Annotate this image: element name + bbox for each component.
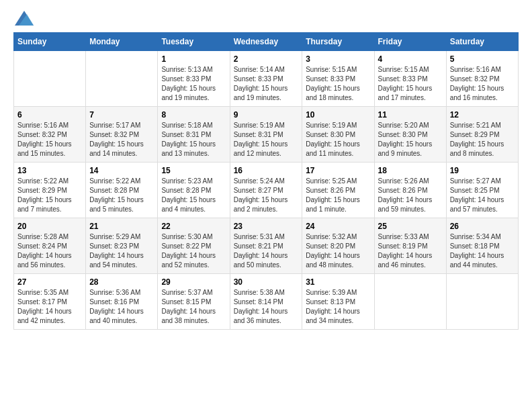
day-number: 31 bbox=[306, 277, 370, 287]
day-info: Sunrise: 5:36 AM Sunset: 8:16 PM Dayligh… bbox=[89, 288, 154, 326]
calendar-cell: 13Sunrise: 5:22 AM Sunset: 8:29 PM Dayli… bbox=[14, 163, 86, 218]
calendar-cell: 27Sunrise: 5:35 AM Sunset: 8:17 PM Dayli… bbox=[14, 274, 86, 330]
day-info: Sunrise: 5:26 AM Sunset: 8:26 PM Dayligh… bbox=[378, 177, 443, 214]
day-info: Sunrise: 5:37 AM Sunset: 8:15 PM Dayligh… bbox=[161, 288, 226, 326]
calendar-cell: 23Sunrise: 5:31 AM Sunset: 8:21 PM Dayli… bbox=[230, 218, 302, 274]
day-info: Sunrise: 5:29 AM Sunset: 8:23 PM Dayligh… bbox=[89, 232, 154, 270]
day-info: Sunrise: 5:15 AM Sunset: 8:33 PM Dayligh… bbox=[306, 65, 370, 103]
day-number: 28 bbox=[89, 277, 154, 287]
day-info: Sunrise: 5:35 AM Sunset: 8:17 PM Dayligh… bbox=[17, 288, 82, 326]
day-info: Sunrise: 5:33 AM Sunset: 8:19 PM Dayligh… bbox=[378, 232, 443, 270]
day-info: Sunrise: 5:32 AM Sunset: 8:20 PM Dayligh… bbox=[306, 232, 370, 270]
day-number: 16 bbox=[234, 166, 299, 175]
day-info: Sunrise: 5:19 AM Sunset: 8:31 PM Dayligh… bbox=[234, 121, 299, 158]
calendar-cell bbox=[446, 274, 518, 330]
day-number: 15 bbox=[161, 166, 226, 175]
calendar-cell: 29Sunrise: 5:37 AM Sunset: 8:15 PM Dayli… bbox=[158, 274, 230, 330]
week-row-5: 27Sunrise: 5:35 AM Sunset: 8:17 PM Dayli… bbox=[14, 274, 519, 330]
logo bbox=[13, 11, 34, 26]
day-info: Sunrise: 5:34 AM Sunset: 8:18 PM Dayligh… bbox=[450, 232, 515, 270]
calendar-cell: 8Sunrise: 5:18 AM Sunset: 8:31 PM Daylig… bbox=[158, 107, 230, 163]
day-info: Sunrise: 5:31 AM Sunset: 8:21 PM Dayligh… bbox=[234, 232, 299, 270]
day-info: Sunrise: 5:24 AM Sunset: 8:27 PM Dayligh… bbox=[234, 177, 299, 214]
calendar-cell bbox=[14, 51, 86, 107]
day-info: Sunrise: 5:20 AM Sunset: 8:30 PM Dayligh… bbox=[378, 121, 443, 158]
day-info: Sunrise: 5:17 AM Sunset: 8:32 PM Dayligh… bbox=[89, 121, 154, 158]
calendar-cell: 19Sunrise: 5:27 AM Sunset: 8:25 PM Dayli… bbox=[446, 163, 518, 218]
day-number: 13 bbox=[17, 166, 82, 175]
calendar-cell: 4Sunrise: 5:15 AM Sunset: 8:33 PM Daylig… bbox=[374, 51, 446, 107]
day-info: Sunrise: 5:16 AM Sunset: 8:32 PM Dayligh… bbox=[17, 121, 82, 158]
calendar-cell: 9Sunrise: 5:19 AM Sunset: 8:31 PM Daylig… bbox=[230, 107, 302, 163]
calendar-cell: 15Sunrise: 5:23 AM Sunset: 8:28 PM Dayli… bbox=[158, 163, 230, 218]
calendar-cell: 6Sunrise: 5:16 AM Sunset: 8:32 PM Daylig… bbox=[14, 107, 86, 163]
day-header-saturday: Saturday bbox=[446, 33, 518, 51]
day-number: 23 bbox=[234, 222, 299, 231]
calendar-cell: 31Sunrise: 5:39 AM Sunset: 8:13 PM Dayli… bbox=[302, 274, 374, 330]
day-info: Sunrise: 5:19 AM Sunset: 8:30 PM Dayligh… bbox=[306, 121, 370, 158]
day-info: Sunrise: 5:27 AM Sunset: 8:25 PM Dayligh… bbox=[450, 177, 515, 214]
day-number: 3 bbox=[306, 54, 370, 64]
calendar-cell: 11Sunrise: 5:20 AM Sunset: 8:30 PM Dayli… bbox=[374, 107, 446, 163]
calendar-cell: 25Sunrise: 5:33 AM Sunset: 8:19 PM Dayli… bbox=[374, 218, 446, 274]
day-number: 26 bbox=[450, 222, 515, 231]
day-info: Sunrise: 5:16 AM Sunset: 8:32 PM Dayligh… bbox=[450, 65, 515, 103]
day-info: Sunrise: 5:38 AM Sunset: 8:14 PM Dayligh… bbox=[234, 288, 299, 326]
day-info: Sunrise: 5:13 AM Sunset: 8:33 PM Dayligh… bbox=[161, 65, 226, 103]
day-info: Sunrise: 5:18 AM Sunset: 8:31 PM Dayligh… bbox=[161, 121, 226, 158]
calendar-cell: 21Sunrise: 5:29 AM Sunset: 8:23 PM Dayli… bbox=[86, 218, 158, 274]
calendar-cell: 1Sunrise: 5:13 AM Sunset: 8:33 PM Daylig… bbox=[158, 51, 230, 107]
day-number: 20 bbox=[17, 222, 82, 231]
day-number: 18 bbox=[378, 166, 443, 175]
day-info: Sunrise: 5:23 AM Sunset: 8:28 PM Dayligh… bbox=[161, 177, 226, 214]
day-info: Sunrise: 5:14 AM Sunset: 8:33 PM Dayligh… bbox=[234, 65, 299, 103]
day-number: 6 bbox=[17, 110, 82, 120]
week-row-4: 20Sunrise: 5:28 AM Sunset: 8:24 PM Dayli… bbox=[14, 218, 519, 274]
logo-icon bbox=[15, 11, 34, 26]
calendar-cell: 26Sunrise: 5:34 AM Sunset: 8:18 PM Dayli… bbox=[446, 218, 518, 274]
calendar-cell: 28Sunrise: 5:36 AM Sunset: 8:16 PM Dayli… bbox=[86, 274, 158, 330]
day-header-sunday: Sunday bbox=[14, 33, 86, 51]
calendar-cell: 5Sunrise: 5:16 AM Sunset: 8:32 PM Daylig… bbox=[446, 51, 518, 107]
day-number: 9 bbox=[234, 110, 299, 120]
calendar-cell: 3Sunrise: 5:15 AM Sunset: 8:33 PM Daylig… bbox=[302, 51, 374, 107]
calendar-cell bbox=[86, 51, 158, 107]
day-header-monday: Monday bbox=[86, 33, 158, 51]
week-row-2: 6Sunrise: 5:16 AM Sunset: 8:32 PM Daylig… bbox=[14, 107, 519, 163]
day-header-friday: Friday bbox=[374, 33, 446, 51]
calendar-cell: 22Sunrise: 5:30 AM Sunset: 8:22 PM Dayli… bbox=[158, 218, 230, 274]
day-number: 10 bbox=[306, 110, 370, 120]
day-number: 27 bbox=[17, 277, 82, 287]
day-number: 21 bbox=[89, 222, 154, 231]
week-row-3: 13Sunrise: 5:22 AM Sunset: 8:29 PM Dayli… bbox=[14, 163, 519, 218]
calendar-cell: 14Sunrise: 5:22 AM Sunset: 8:28 PM Dayli… bbox=[86, 163, 158, 218]
day-header-tuesday: Tuesday bbox=[158, 33, 230, 51]
day-header-thursday: Thursday bbox=[302, 33, 374, 51]
calendar-cell: 20Sunrise: 5:28 AM Sunset: 8:24 PM Dayli… bbox=[14, 218, 86, 274]
calendar-cell: 18Sunrise: 5:26 AM Sunset: 8:26 PM Dayli… bbox=[374, 163, 446, 218]
day-number: 29 bbox=[161, 277, 226, 287]
calendar-cell: 30Sunrise: 5:38 AM Sunset: 8:14 PM Dayli… bbox=[230, 274, 302, 330]
calendar-cell: 16Sunrise: 5:24 AM Sunset: 8:27 PM Dayli… bbox=[230, 163, 302, 218]
day-info: Sunrise: 5:30 AM Sunset: 8:22 PM Dayligh… bbox=[161, 232, 226, 270]
day-info: Sunrise: 5:22 AM Sunset: 8:28 PM Dayligh… bbox=[89, 177, 154, 214]
day-number: 8 bbox=[161, 110, 226, 120]
day-number: 7 bbox=[89, 110, 154, 120]
calendar-cell: 12Sunrise: 5:21 AM Sunset: 8:29 PM Dayli… bbox=[446, 107, 518, 163]
day-number: 5 bbox=[450, 54, 515, 64]
calendar-cell: 7Sunrise: 5:17 AM Sunset: 8:32 PM Daylig… bbox=[86, 107, 158, 163]
day-number: 1 bbox=[161, 54, 226, 64]
calendar-cell: 17Sunrise: 5:25 AM Sunset: 8:26 PM Dayli… bbox=[302, 163, 374, 218]
page-header bbox=[13, 11, 519, 26]
calendar-table: SundayMondayTuesdayWednesdayThursdayFrid… bbox=[13, 32, 519, 330]
day-number: 30 bbox=[234, 277, 299, 287]
day-number: 11 bbox=[378, 110, 443, 120]
day-info: Sunrise: 5:15 AM Sunset: 8:33 PM Dayligh… bbox=[378, 65, 443, 103]
day-info: Sunrise: 5:21 AM Sunset: 8:29 PM Dayligh… bbox=[450, 121, 515, 158]
day-header-wednesday: Wednesday bbox=[230, 33, 302, 51]
calendar-cell: 24Sunrise: 5:32 AM Sunset: 8:20 PM Dayli… bbox=[302, 218, 374, 274]
calendar-cell: 2Sunrise: 5:14 AM Sunset: 8:33 PM Daylig… bbox=[230, 51, 302, 107]
day-info: Sunrise: 5:25 AM Sunset: 8:26 PM Dayligh… bbox=[306, 177, 370, 214]
day-info: Sunrise: 5:28 AM Sunset: 8:24 PM Dayligh… bbox=[17, 232, 82, 270]
day-number: 4 bbox=[378, 54, 443, 64]
